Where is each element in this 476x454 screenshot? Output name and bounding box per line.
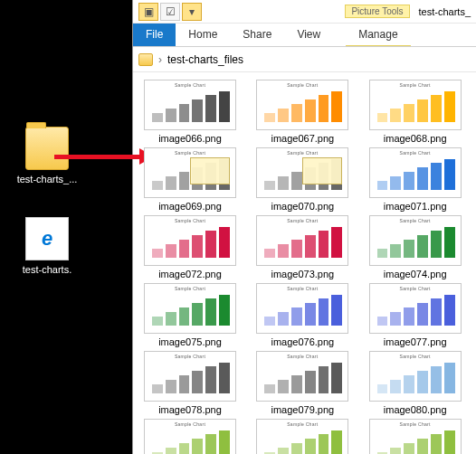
file-thumbnail[interactable]: Sample Chartimage081.png <box>137 419 243 454</box>
file-name: image079.png <box>249 404 356 415</box>
file-thumbnail[interactable]: Sample Chartimage076.png <box>249 283 356 347</box>
file-thumbnail[interactable]: Sample Chartimage079.png <box>249 351 356 415</box>
chart-preview: Sample Chart <box>144 283 236 334</box>
address-bar[interactable]: › test-charts_files <box>133 47 476 72</box>
file-thumbnail[interactable]: Sample Chartimage077.png <box>362 283 469 347</box>
chart-title: Sample Chart <box>145 218 235 223</box>
desktop: test-charts_... e test-charts. <box>0 0 132 454</box>
file-name: image080.png <box>362 404 469 415</box>
chart-bars <box>264 363 342 393</box>
chart-title: Sample Chart <box>370 286 461 291</box>
file-thumbnail[interactable]: Sample Chartimage083.png <box>362 419 469 454</box>
desktop-icon-edge[interactable]: e test-charts. <box>11 217 83 275</box>
chart-bars <box>152 91 230 122</box>
chart-title: Sample Chart <box>145 421 235 427</box>
file-thumbnail[interactable]: Sample Chartimage068.png <box>362 80 469 144</box>
file-name: image072.png <box>137 269 243 279</box>
folder-icon <box>138 53 153 66</box>
chart-title: Sample Chart <box>145 150 235 156</box>
chart-preview: Sample Chart <box>144 80 236 130</box>
file-thumbnail[interactable]: Sample Chartimage075.png <box>137 283 243 347</box>
file-name: image077.png <box>362 336 469 347</box>
chart-preview: Sample Chart <box>256 283 348 334</box>
chart-title: Sample Chart <box>145 286 235 291</box>
file-name: image068.png <box>362 133 469 144</box>
chart-preview: Sample Chart <box>369 351 462 402</box>
chart-title: Sample Chart <box>257 218 347 223</box>
file-thumbnail[interactable]: Sample Chartimage082.png <box>249 419 356 454</box>
desktop-icon-label: test-charts. <box>11 264 83 275</box>
chart-title: Sample Chart <box>257 421 347 427</box>
chart-title: Sample Chart <box>145 354 235 359</box>
chart-title: Sample Chart <box>370 354 461 359</box>
quick-access-toolbar: ▣ ☑ ▾ <box>133 3 207 21</box>
chart-preview: Sample Chart <box>256 80 348 130</box>
chart-title: Sample Chart <box>370 218 461 223</box>
file-list[interactable]: Sample Chartimage066.pngSample Chartimag… <box>133 72 476 454</box>
chart-preview: Sample Chart <box>256 215 348 266</box>
chart-preview: Sample Chart <box>369 215 462 266</box>
chart-title: Sample Chart <box>145 82 235 88</box>
chart-bars <box>377 227 455 258</box>
chart-bars <box>377 295 455 326</box>
file-name: image074.png <box>362 269 469 279</box>
chart-preview: Sample Chart <box>144 215 236 266</box>
tab-manage[interactable]: Manage <box>346 24 410 46</box>
breadcrumb-sep: › <box>158 53 162 66</box>
chart-title: Sample Chart <box>370 421 461 427</box>
file-name: image078.png <box>137 404 243 415</box>
chart-title: Sample Chart <box>370 82 461 88</box>
edge-icon: e <box>25 217 69 260</box>
chart-title: Sample Chart <box>257 286 347 291</box>
file-thumbnail[interactable]: Sample Chartimage073.png <box>249 215 356 279</box>
chart-preview: Sample Chart <box>144 351 236 402</box>
file-thumbnail[interactable]: Sample Chartimage069.png <box>137 147 243 212</box>
tooltip-overlay <box>302 157 342 184</box>
file-thumbnail[interactable]: Sample Chartimage080.png <box>362 351 469 415</box>
chart-preview: Sample Chart <box>369 283 462 334</box>
chart-preview: Sample Chart <box>369 419 462 454</box>
tab-share[interactable]: Share <box>230 24 284 46</box>
chart-title: Sample Chart <box>257 354 347 359</box>
window-title: test-charts_ <box>419 6 471 17</box>
file-thumbnail[interactable]: Sample Chartimage070.png <box>249 147 356 212</box>
file-thumbnail[interactable]: Sample Chartimage071.png <box>362 147 469 212</box>
chart-bars <box>264 91 342 122</box>
file-thumbnail[interactable]: Sample Chartimage072.png <box>137 215 243 279</box>
file-name: image075.png <box>137 336 243 347</box>
file-name: image069.png <box>137 201 243 212</box>
qat-folder-icon[interactable]: ▣ <box>138 3 158 21</box>
chart-bars <box>377 159 455 190</box>
folder-icon <box>25 127 69 170</box>
file-name: image067.png <box>249 133 356 144</box>
file-name: image071.png <box>362 201 469 212</box>
file-name: image066.png <box>137 133 243 144</box>
titlebar: ▣ ☑ ▾ Picture Tools test-charts_ <box>133 0 476 24</box>
chart-preview: Sample Chart <box>369 80 462 130</box>
chart-bars <box>377 363 455 393</box>
chart-bars <box>152 430 230 454</box>
contextual-tab-label: Picture Tools <box>345 5 409 18</box>
chart-title: Sample Chart <box>257 82 347 88</box>
file-thumbnail[interactable]: Sample Chartimage074.png <box>362 215 469 279</box>
file-name: image073.png <box>249 269 356 279</box>
qat-new-folder-icon[interactable]: ▾ <box>182 3 202 21</box>
file-explorer-window: ▣ ☑ ▾ Picture Tools test-charts_ File Ho… <box>132 0 476 454</box>
file-thumbnail[interactable]: Sample Chartimage078.png <box>137 351 243 415</box>
chart-title: Sample Chart <box>257 150 347 156</box>
breadcrumb-current[interactable]: test-charts_files <box>167 53 243 66</box>
chart-title: Sample Chart <box>370 150 461 156</box>
chart-preview: Sample Chart <box>369 147 462 198</box>
qat-properties-icon[interactable]: ☑ <box>160 3 180 21</box>
chart-preview: Sample Chart <box>256 419 348 454</box>
chart-bars <box>264 430 342 454</box>
file-thumbnail[interactable]: Sample Chartimage067.png <box>249 80 356 144</box>
chart-bars <box>152 363 230 393</box>
chart-bars <box>377 91 455 122</box>
tab-view[interactable]: View <box>284 24 333 46</box>
tab-file[interactable]: File <box>133 24 176 46</box>
chart-bars <box>377 430 455 454</box>
file-thumbnail[interactable]: Sample Chartimage066.png <box>137 80 243 144</box>
chart-bars <box>152 295 230 326</box>
tab-home[interactable]: Home <box>176 24 230 46</box>
